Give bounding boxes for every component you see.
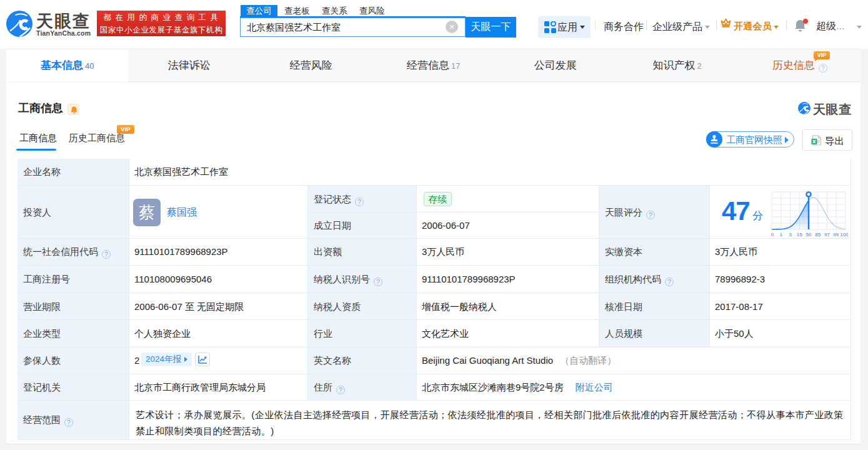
svg-text:100: 100 <box>840 232 848 238</box>
svg-text:0: 0 <box>771 232 774 238</box>
svg-text:1: 1 <box>780 232 783 238</box>
svg-text:50: 50 <box>806 232 812 238</box>
svg-text:85: 85 <box>815 232 821 238</box>
svg-text:15: 15 <box>797 232 802 238</box>
svg-text:99: 99 <box>833 232 839 238</box>
svg-text:97: 97 <box>824 232 830 238</box>
svg-text:3: 3 <box>789 232 792 238</box>
